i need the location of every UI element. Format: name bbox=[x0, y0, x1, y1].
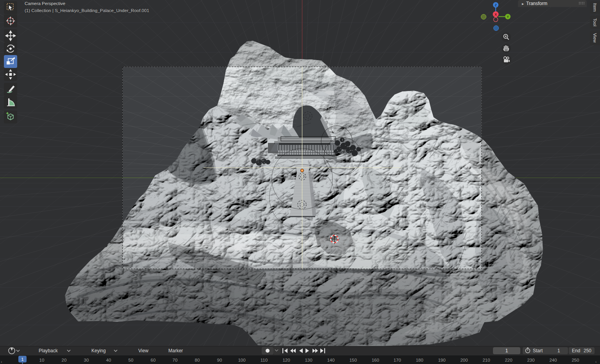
svg-text:230: 230 bbox=[527, 358, 534, 362]
svg-text:Y: Y bbox=[507, 15, 509, 19]
svg-text:250: 250 bbox=[571, 358, 579, 362]
svg-text:20: 20 bbox=[62, 358, 67, 362]
svg-text:80: 80 bbox=[195, 358, 200, 362]
svg-text:Marker: Marker bbox=[168, 348, 183, 353]
svg-text:50: 50 bbox=[129, 358, 134, 362]
svg-text:140: 140 bbox=[327, 358, 334, 362]
svg-text:Playback: Playback bbox=[39, 348, 58, 353]
svg-text:210: 210 bbox=[482, 358, 490, 362]
svg-text:130: 130 bbox=[305, 358, 312, 362]
svg-text:1: 1 bbox=[557, 348, 560, 353]
svg-text:200: 200 bbox=[460, 358, 468, 362]
svg-text:220: 220 bbox=[505, 358, 512, 362]
svg-text:End: End bbox=[572, 348, 580, 353]
svg-text:90: 90 bbox=[217, 358, 222, 362]
svg-text:Start: Start bbox=[533, 348, 543, 353]
svg-text:180: 180 bbox=[416, 358, 423, 362]
svg-text:10: 10 bbox=[39, 358, 45, 362]
svg-text:160: 160 bbox=[371, 358, 379, 362]
svg-text:View: View bbox=[138, 348, 148, 353]
svg-text:1: 1 bbox=[505, 348, 508, 353]
svg-text:240: 240 bbox=[549, 358, 557, 362]
svg-text:190: 190 bbox=[438, 358, 445, 362]
svg-text:120: 120 bbox=[282, 358, 290, 362]
svg-text:60: 60 bbox=[151, 358, 156, 362]
svg-text:110: 110 bbox=[261, 358, 268, 362]
svg-text:40: 40 bbox=[106, 358, 111, 362]
svg-text:‹: ‹ bbox=[595, 360, 596, 364]
svg-text:250: 250 bbox=[584, 348, 591, 353]
svg-text:170: 170 bbox=[393, 358, 401, 362]
svg-text:Z: Z bbox=[495, 3, 496, 7]
svg-text:30: 30 bbox=[84, 358, 89, 362]
svg-text:›: › bbox=[1, 360, 2, 364]
svg-text:X: X bbox=[495, 12, 497, 16]
svg-text:150: 150 bbox=[349, 358, 357, 362]
svg-text:70: 70 bbox=[173, 358, 178, 362]
svg-text:Keying: Keying bbox=[91, 348, 106, 353]
svg-text:1: 1 bbox=[21, 357, 23, 362]
svg-text:100: 100 bbox=[238, 358, 245, 362]
